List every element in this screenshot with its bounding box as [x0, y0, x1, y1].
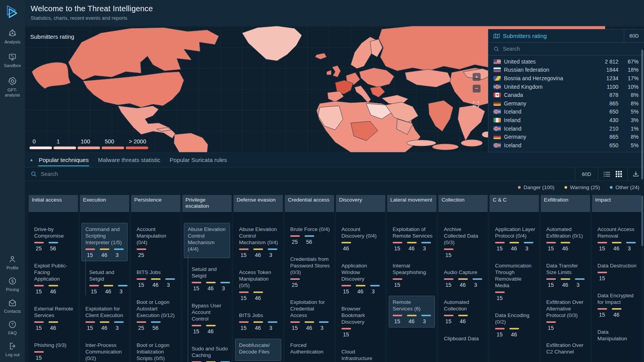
technique-card[interactable]: Data Manipulation	[597, 329, 638, 345]
sidebar-item-contacts[interactable]: Contacts	[1, 298, 24, 314]
technique-card[interactable]: Access Token Manipulation (0/5) 15 46	[239, 269, 279, 301]
period-button[interactable]: 60D	[575, 167, 598, 181]
technique-card[interactable]: Application Layer Protocol (0/4) 15 46	[495, 226, 535, 252]
panel-search-input[interactable]	[503, 46, 611, 52]
matrix-column: Collection Archive Collected Data (0/3) …	[438, 195, 488, 362]
technique-card[interactable]: Brute Force (0/4) 25 56	[290, 226, 331, 245]
technique-card[interactable]: Clipboard Data	[444, 335, 484, 345]
technique-card[interactable]: Application Window Discovery 15 46	[341, 262, 382, 295]
sidebar-item-sandbox[interactable]: Sandbox	[1, 52, 24, 68]
technique-name: Browser Bookmark Discovery	[341, 305, 382, 325]
technique-card[interactable]: Remote Services (6) 15 46	[389, 296, 435, 328]
technique-card[interactable]: Credentials from Password Stores (0/3) 2…	[290, 256, 331, 288]
technique-card[interactable]: Abuse Elevation Control Mechanism (4/4)	[184, 223, 230, 258]
country-row[interactable]: United Kingdom 1100 10%	[493, 83, 639, 91]
collapse-caret-icon[interactable]: ▲	[25, 157, 38, 162]
stat-bar	[524, 242, 533, 243]
panel-period-button[interactable]: 60D	[624, 29, 644, 42]
technique-card[interactable]: Boot or Logon Initialization Scripts (0/…	[137, 342, 177, 362]
technique-card[interactable]: Abuse Elevation Control Mechanism (0/4) …	[239, 226, 279, 258]
country-row[interactable]: Iceland 210 1%	[493, 124, 639, 133]
technique-card[interactable]: Cloud Infrastructure Discovery	[341, 348, 382, 362]
technique-card[interactable]: External Remote Services 15 46	[34, 305, 74, 331]
stat-value: 46	[48, 288, 58, 295]
technique-card[interactable]: Account Access Removal 15 46	[597, 226, 638, 252]
technique-card[interactable]: Drive-by Compromise 25 56	[34, 226, 74, 252]
severity-label: Other (24)	[615, 184, 639, 190]
technique-name: Clipboard Data	[444, 335, 484, 342]
technique-card[interactable]: Forced Authentication	[290, 342, 331, 358]
technique-stats: 15 46 3	[239, 321, 279, 331]
zoom-in-button[interactable]: +	[473, 73, 481, 81]
country-row[interactable]: Russian federation 1844 18%	[493, 66, 639, 74]
technique-name: Sudo and Sudo Caching	[192, 345, 228, 359]
tab-popular-suricata-rules[interactable]: Popular Suricata rules	[169, 152, 228, 167]
technique-card[interactable]: Data Transfer Size Limits 15 46	[546, 262, 587, 288]
techniques-search-input[interactable]	[41, 171, 196, 177]
techniques-search	[25, 167, 575, 181]
technique-card[interactable]: Data Encoding (0/2) 15 46	[495, 312, 535, 338]
country-row[interactable]: United states 2 812 67%	[493, 57, 639, 66]
technique-card[interactable]: Exfiltration Over Alternative Protocol (…	[546, 299, 587, 331]
country-row[interactable]: Bosnia and Herzegovina 1234 17%	[493, 74, 639, 83]
technique-card[interactable]: Exploitation for Client Execution 15 46	[85, 305, 126, 331]
technique-card[interactable]: Exploit Public-Facing Application 15 46	[34, 262, 74, 295]
sidebar-item-faq[interactable]: ? FAQ	[1, 320, 24, 336]
technique-card[interactable]: Account Discovery (0/4) 46	[341, 226, 382, 252]
technique-card[interactable]: Archive Collected Data (0/3) 15	[444, 226, 484, 258]
severity-legend-item[interactable]: Other (24)	[610, 184, 639, 190]
grid-view-icon[interactable]	[616, 171, 622, 177]
country-percent: 8%	[621, 100, 639, 107]
tab-popular-techniques[interactable]: Popular techniques	[38, 152, 89, 167]
technique-card[interactable]: Setuid and Setgid 15 46	[85, 269, 126, 295]
country-row[interactable]: Iceland 650 5%	[493, 141, 639, 150]
fullscreen-button[interactable]	[473, 101, 481, 109]
technique-card[interactable]: Exfiltration Over C2 Channel	[546, 342, 587, 358]
technique-stat: 46	[206, 325, 216, 334]
panel-scrollbar[interactable]	[641, 50, 643, 179]
app-logo[interactable]	[4, 3, 21, 21]
country-row[interactable]: Canada 878 8%	[493, 91, 639, 99]
zoom-out-button[interactable]: −	[473, 84, 481, 93]
technique-card[interactable]: Command and Scripting Interpreter (1/5) …	[81, 223, 128, 261]
country-row[interactable]: Germany 865 8%	[493, 133, 639, 141]
severity-legend-item[interactable]: Warning (25)	[564, 184, 600, 190]
technique-card[interactable]: Automated Collection 15 46	[444, 299, 484, 324]
tab-malware-threats-statistic[interactable]: Malware threats statistic	[97, 152, 161, 167]
sidebar-item-profile[interactable]: Profile	[1, 255, 24, 271]
sidebar-item-logout[interactable]: Log out	[1, 341, 24, 357]
sidebar-item-gpt-analysis[interactable]: GPT-analysis	[1, 76, 24, 98]
country-row[interactable]: Ireland 430 3%	[493, 116, 639, 124]
technique-card[interactable]: Browser Bookmark Discovery 15	[341, 305, 382, 338]
technique-stat: 46	[206, 282, 216, 291]
technique-card[interactable]: Sudo and Sudo Caching 15 46	[188, 345, 228, 362]
technique-card[interactable]: Setuid and Setgid 15 46	[188, 266, 228, 291]
technique-card[interactable]: Data Destruction 15	[597, 262, 638, 281]
technique-card[interactable]: Automated Exfiltration (0/1) 15 46	[546, 226, 587, 252]
technique-card[interactable]: Internal Spearphishing 15	[393, 262, 433, 288]
technique-card[interactable]: Communication Through Removable Media 15	[495, 262, 535, 301]
technique-card[interactable]: Data Encrypted for Impact 15 46	[597, 292, 638, 318]
technique-card[interactable]: BITS Jobs 15 46	[137, 269, 177, 288]
stat-bar	[253, 291, 263, 293]
technique-card[interactable]: Exploitation of Remote Services 15 46	[393, 226, 433, 252]
technique-card[interactable]: Bypass User Account Control 15 46	[188, 302, 228, 334]
technique-stat: 46	[151, 278, 161, 288]
sidebar-item-analysis[interactable]: Analysis	[1, 29, 24, 45]
technique-card[interactable]: Exploitation for Credential Access 15 46	[290, 299, 331, 331]
sidebar-item-pricing[interactable]: $ Pricing	[1, 276, 24, 292]
list-view-icon[interactable]	[604, 171, 610, 177]
technique-card[interactable]: Account Manipulation (0/4) 25	[137, 226, 177, 258]
stat-value: 46	[151, 282, 161, 288]
matrix-scrollbar[interactable]	[641, 196, 643, 246]
technique-card[interactable]: Inter-Process Communication (0/2) 15 46	[85, 342, 126, 362]
technique-card[interactable]: Audio Capture 15 46	[444, 269, 484, 288]
severity-legend-item[interactable]: Danger (100)	[518, 184, 554, 190]
technique-card[interactable]: BITS Jobs 15 46	[239, 312, 279, 331]
country-row[interactable]: Germany 865 8%	[493, 99, 639, 108]
technique-card[interactable]: Boot or Logon Autostart Execution (0/12)…	[137, 299, 177, 331]
stat-value: 15	[546, 245, 556, 252]
country-row[interactable]: Iceland 650 5%	[493, 108, 639, 116]
technique-card[interactable]: Phishing (0/3) 15	[34, 342, 74, 361]
technique-card[interactable]: Deobfuscate/ Decode Files	[235, 339, 281, 361]
